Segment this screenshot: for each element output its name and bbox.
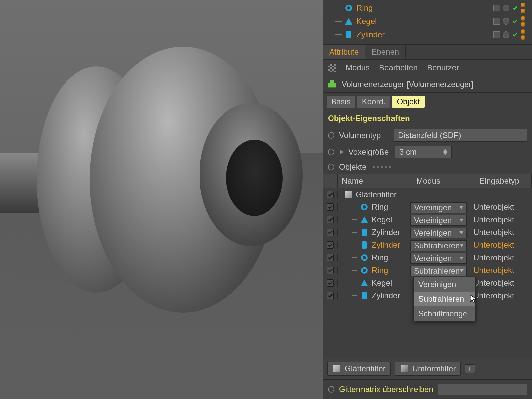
subtab-objekt[interactable]: Objekt — [392, 96, 424, 108]
mode-value: Vereinigen — [414, 203, 452, 212]
render-toggle[interactable] — [503, 18, 509, 25]
filter-button-bar: Glättenfilter Umformfilter ＋ — [323, 358, 532, 379]
grid-icon[interactable] — [328, 64, 336, 72]
chevron-down-icon — [459, 257, 463, 260]
voxel-input[interactable]: 3 cm — [395, 146, 452, 158]
row-name: Ring — [372, 266, 388, 275]
prop-label: Objekte — [339, 162, 367, 172]
row-checkbox[interactable] — [327, 279, 334, 287]
umformfilter-button[interactable]: Umformfilter — [395, 362, 461, 376]
om-row-zylinder[interactable]: Zylinder — [323, 28, 532, 41]
col-eingabetyp[interactable]: Eingabetyp — [475, 174, 532, 188]
menu-benutzer[interactable]: Benutzer — [427, 63, 459, 72]
glattenfilter-button[interactable]: Glättenfilter — [327, 362, 391, 376]
om-row-ring[interactable]: Ring — [323, 1, 532, 15]
input-type: Unterobjekt — [473, 253, 530, 262]
dd-item-vereinigen[interactable]: Vereinigen — [414, 277, 475, 292]
render-toggle[interactable] — [503, 31, 509, 38]
tab-ebenen[interactable]: Ebenen — [365, 45, 406, 59]
tab-attribute[interactable]: Attribute — [323, 45, 365, 59]
mode-dropdown[interactable]: Subtrahieren — [410, 240, 467, 251]
layer-toggle[interactable] — [493, 31, 500, 38]
om-name: Kegel — [356, 17, 377, 26]
row-checkbox[interactable] — [327, 229, 334, 236]
row-name: Zylinder — [372, 240, 400, 250]
mode-dropdown[interactable]: Vereinigen — [410, 253, 467, 264]
list-row[interactable]: RingVereinigenUnterobjekt — [323, 251, 532, 264]
input-type: Unterobjekt — [473, 278, 530, 288]
tree-connector — [352, 232, 357, 233]
row-name: Zylinder — [372, 291, 400, 300]
chevron-down-icon — [459, 206, 463, 209]
tree-connector — [352, 270, 357, 271]
footer-slot[interactable] — [438, 384, 527, 395]
subtab-basis[interactable]: Basis — [327, 96, 355, 108]
subtab-koord[interactable]: Koord. — [357, 96, 390, 108]
spinner-icon[interactable] — [443, 149, 447, 155]
om-name: Ring — [356, 3, 373, 13]
tree-connector — [352, 219, 357, 220]
menu-modus[interactable]: Modus — [346, 63, 370, 72]
list-row[interactable]: KegelVereinigenUnterobjekt — [323, 213, 532, 226]
enable-check-icon[interactable] — [512, 5, 518, 11]
enable-check-icon[interactable] — [512, 18, 518, 24]
layer-toggle[interactable] — [493, 18, 500, 25]
dd-item-schnittmenge[interactable]: Schnittmenge — [414, 306, 475, 321]
col-modus[interactable]: Modus — [412, 174, 475, 188]
om-name: Zylinder — [356, 30, 385, 39]
render-toggle[interactable] — [503, 5, 509, 11]
viewport-3d[interactable] — [0, 0, 323, 399]
input-type: Unterobjekt — [473, 228, 530, 237]
prop-label: Volumentyp — [339, 131, 389, 140]
list-row[interactable]: ZylinderVereinigenUnterobjekt — [323, 226, 532, 239]
row-checkbox[interactable] — [327, 241, 334, 249]
mode-dropdown[interactable]: Vereinigen — [410, 215, 467, 226]
col-name[interactable]: Name — [338, 174, 412, 188]
row-checkbox[interactable] — [327, 254, 334, 261]
volumentyp-dropdown[interactable]: Distanzfeld (SDF) — [394, 129, 527, 142]
mode-dropdown[interactable]: Vereinigen — [410, 202, 467, 213]
row-name: Ring — [372, 202, 388, 212]
volumentyp-value: Distanzfeld (SDF) — [398, 131, 461, 140]
chevron-down-icon — [459, 231, 463, 234]
object-title-row: Volumenerzeuger [Volumenerzeuger] — [323, 76, 532, 93]
row-checkbox[interactable] — [327, 191, 334, 198]
list-row[interactable]: ZylinderSubtrahierenUnterobjekt — [323, 239, 532, 251]
volumebuilder-icon — [328, 80, 337, 89]
tree-connector — [352, 245, 357, 245]
list-row[interactable]: Glättenfilter — [323, 188, 532, 201]
row-checkbox[interactable] — [327, 216, 334, 223]
dd-item-subtrahieren[interactable]: Subtrahieren — [414, 292, 475, 306]
expand-icon[interactable] — [340, 149, 344, 155]
object-manager: Ring Kegel — [323, 0, 532, 44]
add-folder-button[interactable]: ＋ — [465, 364, 475, 373]
input-type: Unterobjekt — [473, 240, 530, 250]
cone-icon — [360, 216, 368, 224]
footer-row: Gittermatrix überschreiben — [323, 379, 532, 399]
anim-toggle[interactable] — [328, 386, 334, 393]
row-checkbox[interactable] — [327, 292, 334, 299]
tree-connector — [333, 34, 344, 35]
tree-connector — [333, 8, 344, 8]
cyl-icon — [360, 292, 368, 300]
attribute-menu-row: Modus Bearbeiten Benutzer — [323, 60, 532, 76]
enable-check-icon[interactable] — [512, 32, 518, 38]
row-checkbox[interactable] — [327, 203, 334, 211]
list-row[interactable]: RingVereinigenUnterobjekt — [323, 201, 532, 213]
row-checkbox[interactable] — [327, 267, 334, 274]
list-row[interactable]: RingSubtrahierenUnterobjekt — [323, 264, 532, 277]
mode-dropdown[interactable]: Subtrahieren — [410, 266, 467, 276]
om-right-controls — [493, 29, 525, 40]
col-checkbox — [323, 174, 338, 188]
menu-bearbeiten[interactable]: Bearbeiten — [379, 63, 418, 72]
om-row-kegel[interactable]: Kegel — [323, 15, 532, 28]
anim-toggle[interactable] — [328, 149, 334, 155]
om-right-controls — [493, 3, 525, 13]
row-name: Kegel — [372, 215, 392, 224]
anim-toggle[interactable] — [328, 132, 334, 139]
anim-toggle[interactable] — [328, 164, 334, 170]
smooth-filter-icon — [332, 364, 341, 373]
mode-dropdown[interactable]: Vereinigen — [410, 228, 467, 238]
row-name: Glättenfilter — [356, 190, 397, 199]
layer-toggle[interactable] — [493, 5, 500, 11]
